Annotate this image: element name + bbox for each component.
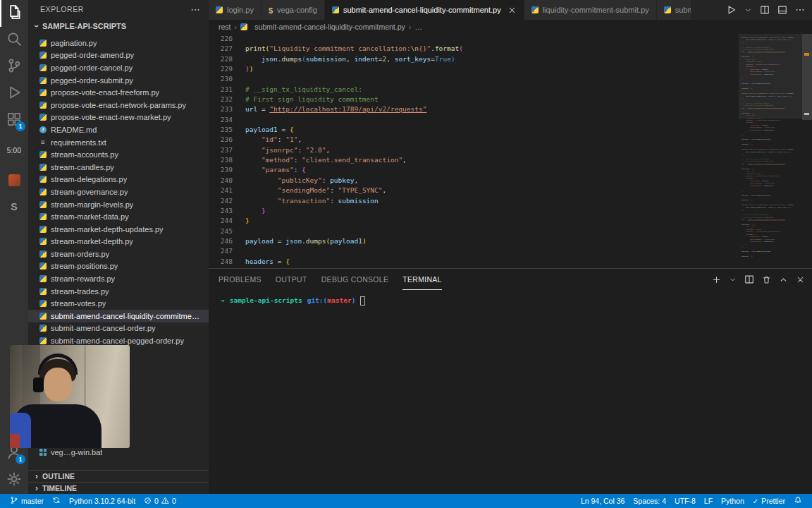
kill-terminal-button[interactable]	[762, 275, 771, 284]
file-item-stream-market-data-py[interactable]: stream-market-data.py	[28, 210, 209, 223]
terminal[interactable]: → sample-api-scripts git:(master)	[209, 290, 812, 494]
file-item-stream-governance-py[interactable]: stream-governance.py	[28, 186, 209, 198]
file-item-stream-margin-levels-py[interactable]: stream-margin-levels.py	[28, 198, 209, 211]
activity-search[interactable]	[0, 27, 28, 54]
file-item-stream-candles-py[interactable]: stream-candles.py	[28, 161, 209, 174]
activity-run-debug[interactable]	[0, 80, 28, 107]
file-item-pegged-order-cancel-py[interactable]: pegged-order-cancel.py	[28, 61, 209, 74]
close-icon[interactable]	[508, 6, 517, 15]
file-item-pegged-order-amend-py[interactable]: pegged-order-amend.py	[28, 49, 209, 62]
code-line[interactable]: 245	[209, 226, 739, 236]
layout-button[interactable]	[777, 5, 787, 15]
status-indentation[interactable]: Spaces: 4	[629, 494, 670, 508]
file-item-stream-trades-py[interactable]: stream-trades.py	[28, 285, 209, 298]
minimap-slider[interactable]	[739, 34, 802, 119]
file-item-propose-vote-enact-freeform-py[interactable]: propose-vote-enact-freeform.py	[28, 86, 209, 99]
run-python-button[interactable]	[727, 5, 737, 15]
file-item-readme-md[interactable]: iREADME.md	[28, 123, 209, 136]
code-line[interactable]: 236 "id": "1",	[209, 135, 739, 145]
code-line[interactable]: 227print("Liquidity commitment cancellat…	[209, 44, 739, 54]
code-line[interactable]: 247	[209, 246, 739, 256]
code-line[interactable]: 230	[209, 74, 739, 84]
status-cursor-position[interactable]: Ln 94, Col 36	[577, 494, 629, 508]
code-line[interactable]: 242 "transaction": submission	[209, 196, 739, 206]
breadcrumb-segment[interactable]: submit-amend-cancel-liquidity-commitment…	[240, 23, 405, 31]
activity-settings[interactable]	[0, 467, 28, 494]
panel-tab-problems[interactable]: PROBLEMS	[219, 269, 262, 290]
file-item-propose-vote-enact-network-params-py[interactable]: propose-vote-enact-network-params.py	[28, 99, 209, 111]
file-item-stream-market-depth-py[interactable]: stream-market-depth.py	[28, 236, 209, 248]
code-line[interactable]: 233url = "http://localhost:1789/api/v2/r…	[209, 104, 739, 114]
split-terminal-button[interactable]	[744, 274, 754, 284]
tab-login-py[interactable]: login.py	[209, 0, 261, 20]
split-editor-button[interactable]	[760, 5, 770, 15]
code-line[interactable]: 239 "params": {	[209, 165, 739, 175]
file-item-stream-positions-py[interactable]: stream-positions.py	[28, 260, 209, 273]
panel-tab-debug-console[interactable]: DEBUG CONSOLE	[321, 269, 389, 290]
scrollbar-thumb[interactable]	[802, 34, 812, 120]
status-encoding[interactable]: UTF-8	[670, 494, 700, 508]
file-item-stream-votes-py[interactable]: stream-votes.py	[28, 297, 209, 310]
code-line[interactable]: 235payload1 = {	[209, 125, 739, 135]
code-line[interactable]: 243 }	[209, 206, 739, 216]
file-item-pegged-order-submit-py[interactable]: pegged-order-submit.py	[28, 74, 209, 87]
file-item-stream-accounts-py[interactable]: stream-accounts.py	[28, 148, 209, 161]
code-line[interactable]: 237 "jsonrpc": "2.0",	[209, 145, 739, 155]
code-lines[interactable]: 226227print("Liquidity commitment cancel…	[209, 34, 739, 267]
activity-extension-s[interactable]: S	[0, 193, 28, 220]
activity-extension-square[interactable]	[0, 167, 28, 193]
breadcrumb-segment[interactable]: …	[414, 23, 422, 31]
status-sync[interactable]	[48, 494, 65, 508]
file-item-stream-rewards-py[interactable]: stream-rewards.py	[28, 272, 209, 285]
code-line[interactable]: 241 "sendingMode": "TYPE_SYNC",	[209, 186, 739, 195]
new-terminal-button[interactable]	[712, 275, 721, 284]
status-python-interpreter[interactable]: Python 3.10.2 64-bit	[65, 494, 140, 508]
code-line[interactable]: 229))	[209, 64, 739, 74]
section-outline[interactable]: ›OUTLINE	[28, 470, 209, 482]
code-line[interactable]: 244}	[209, 216, 739, 226]
minimap[interactable]: print("Liquidity commitment cancellation…	[739, 34, 802, 268]
folder-section-header[interactable]: › SAMPLE-API-SCRIPTS	[28, 18, 209, 34]
file-item-submit-amend-cancel-liquidity-commitment-py[interactable]: submit-amend-cancel-liquidity-commitment…	[28, 310, 209, 322]
activity-extensions[interactable]: 1	[0, 107, 28, 134]
breadcrumb[interactable]: rest›submit-amend-cancel-liquidity-commi…	[209, 20, 812, 34]
code-line[interactable]: 228 json.dumps(submission, indent=2, sor…	[209, 54, 739, 64]
run-dropdown[interactable]	[744, 6, 752, 14]
code-line[interactable]: 232# First sign liquidity commitment	[209, 95, 739, 104]
close-panel-button[interactable]	[796, 275, 805, 284]
file-item-stream-delegations-py[interactable]: stream-delegations.py	[28, 174, 209, 186]
status-problems[interactable]: 00	[140, 494, 180, 508]
file-item-stream-market-depth-updates-py[interactable]: stream-market-depth-updates.py	[28, 223, 209, 236]
tab-submit-amend-cancel-liquidity-commitment-py[interactable]: submit-amend-cancel-liquidity-commitment…	[325, 0, 524, 20]
file-item-submit-amend-cancel-order-py[interactable]: submit-amend-cancel-order.py	[28, 322, 209, 335]
code-line[interactable]: 248headers = {	[209, 257, 739, 267]
activity-explorer[interactable]	[0, 0, 28, 27]
file-item-pagination-py[interactable]: pagination.py	[28, 37, 209, 49]
status-language-mode[interactable]: Python	[717, 494, 749, 508]
code-line[interactable]: 240 "publicKey": pubkey,	[209, 176, 739, 186]
tab-liquidity-commitment-submit-py[interactable]: liquidity-commitment-submit.py	[524, 0, 656, 20]
panel-tab-output[interactable]: OUTPUT	[276, 269, 307, 290]
code-line[interactable]: 246payload = json.dumps(payload1)	[209, 236, 739, 246]
panel-tab-terminal[interactable]: TERMINAL	[402, 269, 442, 290]
activity-source-control[interactable]	[0, 54, 28, 80]
breadcrumb-segment[interactable]: rest	[219, 23, 231, 31]
file-item-requirements-txt[interactable]: ≡requirements.txt	[28, 136, 209, 149]
more-actions-icon[interactable]: ⋯	[190, 4, 200, 15]
maximize-panel-button[interactable]	[779, 275, 788, 284]
section-timeline[interactable]: ›TIMELINE	[28, 482, 209, 494]
code-line[interactable]: 238 "method": "client.send_transaction",	[209, 155, 739, 165]
status-formatter[interactable]: ✓Prettier	[749, 494, 789, 508]
file-item-veg-g-win-bat[interactable]: veg…g-win.bat	[28, 447, 209, 459]
code-line[interactable]: 234	[209, 115, 739, 125]
code-editor[interactable]: 226227print("Liquidity commitment cancel…	[209, 34, 812, 268]
file-item-stream-orders-py[interactable]: stream-orders.py	[28, 248, 209, 260]
tab-vega-config[interactable]: $vega-config	[262, 0, 324, 20]
file-item-propose-vote-enact-new-market-py[interactable]: propose-vote-enact-new-market.py	[28, 111, 209, 124]
status-eol[interactable]: LF	[700, 494, 717, 508]
code-line[interactable]: 226	[209, 34, 739, 44]
terminal-dropdown[interactable]	[729, 276, 737, 284]
status-notifications[interactable]	[789, 494, 806, 508]
code-line[interactable]: 231# __sign_tx_liquidity_cancel:	[209, 85, 739, 95]
status-branch[interactable]: master	[6, 494, 48, 508]
